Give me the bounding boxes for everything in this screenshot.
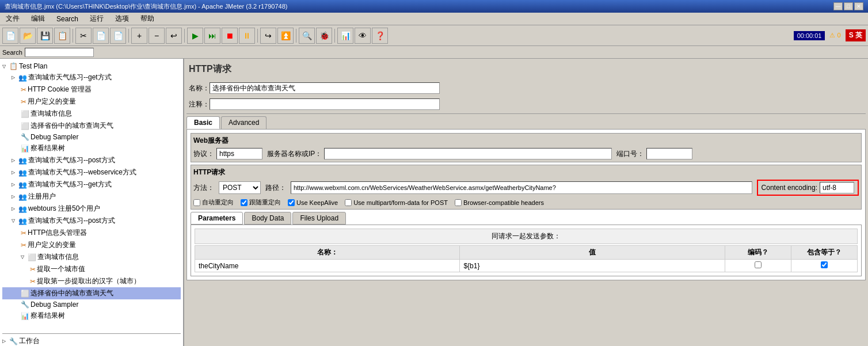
comment-row: 注释：: [186, 97, 866, 111]
tree-item-user-vars2[interactable]: ✂ 用户定义的变量: [2, 239, 181, 251]
tree-item-webtours[interactable]: ▷ 👥 webtours 注册50个用户: [2, 203, 181, 215]
separator-6: [334, 29, 335, 43]
window-controls[interactable]: — □ ✕: [833, 2, 863, 10]
server-input[interactable]: [324, 148, 612, 159]
params-table: 名称： 值 编码？ 包含等于？ theCityName ${b1}: [195, 245, 858, 272]
menu-file[interactable]: 文件: [2, 13, 23, 25]
tree-item-city-info1[interactable]: ⬜ 查询城市信息: [2, 108, 181, 120]
tree-item-cookie[interactable]: ✂ HTTP Cookie 管理器: [2, 83, 181, 96]
tree-item-result1[interactable]: 📊 察看结果树: [2, 142, 181, 154]
col-value: 值: [460, 246, 725, 260]
tree-item-test-plan[interactable]: ▽ 📋 Test Plan: [2, 61, 181, 71]
template-button[interactable]: 📊: [337, 28, 353, 44]
menu-edit[interactable]: 编辑: [28, 13, 48, 25]
menu-help[interactable]: 帮助: [137, 13, 158, 25]
auto-redirect-checkbox[interactable]: [193, 199, 200, 206]
tree-item-header-mgr[interactable]: ✂ HTTP信息头管理器: [2, 227, 181, 239]
minimize-button[interactable]: —: [833, 2, 843, 10]
save-button[interactable]: 💾: [37, 28, 53, 44]
comment-input[interactable]: [210, 98, 440, 110]
tree-item-select-city2[interactable]: ⬜ 选择省份中的城市查询天气: [2, 287, 181, 299]
http-section-title: HTTP请求: [193, 168, 859, 177]
close-button[interactable]: ✕: [854, 2, 863, 10]
checkboxes-row: 自动重定向 跟随重定向 Use KeepAlive Use multipart/…: [193, 198, 859, 207]
tab-files-upload[interactable]: Files Upload: [292, 212, 346, 225]
copy-button[interactable]: 📄: [93, 28, 109, 44]
tree-item-select-city1[interactable]: ⬜ 选择省份中的城市查询天气: [2, 120, 181, 132]
start-no-pause-button[interactable]: ⏭: [204, 28, 220, 44]
tree-item-debug1[interactable]: 🔧 Debug Sampler: [2, 132, 181, 142]
start-button[interactable]: ▶: [187, 28, 203, 44]
http-request-section: HTTP请求 方法： POST GET PUT DELETE 路径： Conte…: [191, 165, 862, 210]
tree-item-city-info2[interactable]: ▽ ⬜ 查询城市信息: [2, 251, 181, 263]
tree-item-result2[interactable]: 📊 察看结果树: [2, 310, 181, 322]
tree-item-post2[interactable]: ▽ 👥 查询城市天气练习--post方式: [2, 215, 181, 227]
name-input[interactable]: [210, 82, 440, 94]
content-encoding-label: Content encoding:: [762, 184, 817, 192]
toolbar-right: 00:00:01 ⚠ 0 S 英: [794, 29, 866, 41]
toggle-button[interactable]: ↩: [166, 28, 182, 44]
search-input[interactable]: [25, 48, 94, 57]
encode-checkbox[interactable]: [755, 261, 762, 268]
web-server-section: Web服务器 协议： 服务器名称或IP： 端口号：: [191, 133, 862, 162]
expand-button[interactable]: +: [131, 28, 147, 44]
help-button[interactable]: ❓: [372, 28, 388, 44]
tab-parameters[interactable]: Parameters: [191, 212, 243, 225]
protocol-input[interactable]: [216, 148, 262, 159]
separator-5: [296, 29, 296, 43]
protocol-label: 协议：: [193, 149, 214, 159]
tree-item-extract-city[interactable]: ✂ 提取一个城市值: [2, 263, 181, 275]
tree-item-register[interactable]: ▷ 👥 注册用户: [2, 191, 181, 203]
tree-item-webservice[interactable]: ▷ 👥 查询城市天气练习--webservice方式: [2, 166, 181, 178]
remote-stop-button[interactable]: ⏫: [277, 28, 294, 44]
shutdown-button[interactable]: ⏸: [239, 28, 255, 44]
tab-advanced[interactable]: Advanced: [221, 116, 267, 129]
test-plan-tree: ▽ 📋 Test Plan ▷ 👥 查询城市天气练习--get方式 ✂ HTTP…: [0, 59, 184, 346]
menu-search[interactable]: Search: [53, 14, 82, 24]
web-server-title: Web服务器: [193, 136, 859, 146]
method-select[interactable]: POST GET PUT DELETE: [219, 181, 261, 194]
clear-button[interactable]: 🐞: [316, 28, 332, 44]
stop-button[interactable]: ⏹: [222, 28, 238, 44]
remote-start-button[interactable]: ↪: [260, 28, 276, 44]
collapse-button[interactable]: −: [149, 28, 165, 44]
path-input[interactable]: [291, 181, 752, 194]
search-label: Search: [2, 49, 22, 56]
browser-compat-checkbox[interactable]: [455, 199, 462, 206]
tab-basic[interactable]: Basic: [186, 116, 220, 129]
param-encode: [725, 260, 791, 272]
port-input[interactable]: [646, 148, 692, 159]
open-button[interactable]: 📂: [20, 28, 36, 44]
cb-follow-redirect: 跟随重定向: [241, 198, 281, 207]
save-as-button[interactable]: 📋: [54, 28, 70, 44]
tree-item-post[interactable]: ▷ 👥 查询城市天气练习--post方式: [2, 154, 181, 166]
content-encoding-box: Content encoding:: [757, 180, 859, 196]
eye-button[interactable]: 👁: [355, 28, 371, 44]
window-title: 查询城市信息.jmx (C:\Users\THINK\Desktop\作业\查询…: [5, 2, 287, 11]
toolbar: 📄 📂 💾 📋 ✂ 📄 📄 + − ↩ ▶ ⏭ ⏹ ⏸ ↪ ⏫ 🔍 🐞 📊 👁 …: [0, 25, 868, 46]
tab-content-basic: Web服务器 协议： 服务器名称或IP： 端口号：: [186, 129, 866, 280]
tab-body-data[interactable]: Body Data: [244, 212, 291, 225]
paste-button[interactable]: 📄: [110, 28, 126, 44]
menu-run[interactable]: 运行: [86, 13, 107, 25]
follow-redirect-checkbox[interactable]: [241, 199, 248, 206]
tree-item-extract-hanzi[interactable]: ✂ 提取第一步提取出的汉字（城市）: [2, 275, 181, 287]
function-helper-button[interactable]: 🔍: [299, 28, 315, 44]
protocol-group: 协议：: [193, 148, 262, 159]
cut-button[interactable]: ✂: [75, 28, 92, 44]
tree-item-workbench[interactable]: ▷ 🔧 工作台: [2, 333, 181, 346]
multipart-checkbox[interactable]: [345, 199, 352, 206]
include-equals-checkbox[interactable]: [821, 261, 828, 268]
separator-2: [128, 29, 129, 43]
tree-item-user-vars1[interactable]: ✂ 用户定义的变量: [2, 96, 181, 108]
col-name: 名称：: [195, 246, 460, 260]
maximize-button[interactable]: □: [844, 2, 853, 10]
tree-item-get[interactable]: ▷ 👥 查询城市天气练习--get方式: [2, 71, 181, 83]
new-button[interactable]: 📄: [2, 28, 18, 44]
menu-options[interactable]: 选项: [112, 13, 132, 25]
params-tab-bar: Parameters Body Data Files Upload: [191, 212, 862, 225]
content-encoding-input[interactable]: [820, 182, 854, 193]
tree-item-get2[interactable]: ▷ 👥 查询城市天气练习--get方式: [2, 178, 181, 191]
keepalive-checkbox[interactable]: [288, 199, 295, 206]
tree-item-debug2[interactable]: 🔧 Debug Sampler: [2, 299, 181, 310]
